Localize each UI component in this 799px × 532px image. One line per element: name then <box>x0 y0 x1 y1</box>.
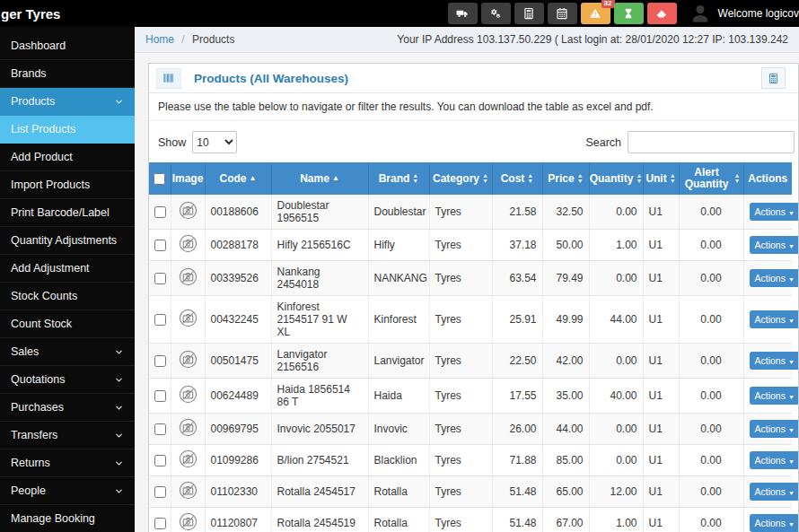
cell-category: Tyres <box>429 445 492 476</box>
no-image-icon <box>179 309 198 327</box>
sidebar-item-label: Add Product <box>11 151 73 163</box>
cell-code: 00288178 <box>205 230 271 261</box>
chevron-down-icon <box>114 486 124 496</box>
sidebar-item-label: Products <box>11 95 55 108</box>
cell-brand: Hifly <box>368 230 429 261</box>
hourglass-icon <box>622 7 635 20</box>
cell-alert: 0.00 <box>679 230 743 261</box>
cell-name: Rotalla 2454519 <box>271 508 368 532</box>
truck-button[interactable] <box>448 3 478 24</box>
row-checkbox[interactable] <box>154 486 166 498</box>
actions-button[interactable]: Actions▼ <box>750 310 799 328</box>
sidebar-item-add-adjustment[interactable]: Add Adjustment <box>0 255 135 283</box>
panel-header: Products (All Warehouses) <box>149 64 798 93</box>
sidebar-item-print-barcode-label[interactable]: Print Barcode/Label <box>0 199 135 227</box>
table-tools-button[interactable] <box>761 67 786 89</box>
actions-button[interactable]: Actions▼ <box>750 352 799 370</box>
sidebar-item-quantity-adjustments[interactable]: Quantity Adjustments <box>0 227 135 255</box>
cell-alert: 0.00 <box>679 508 743 532</box>
actions-button[interactable]: Actions▼ <box>750 420 799 438</box>
hourglass-button[interactable] <box>614 3 644 24</box>
table-row: 00432245Kinforest 2154517 91 W XLKinfore… <box>149 296 792 344</box>
cogs-button[interactable] <box>481 3 511 24</box>
actions-button[interactable]: Actions▼ <box>750 203 799 221</box>
row-checkbox[interactable] <box>154 390 166 402</box>
row-select-cell <box>149 195 171 230</box>
caret-down-icon: ▼ <box>788 490 795 496</box>
row-checkbox[interactable] <box>154 518 166 529</box>
sort-both-icon: ▲▼ <box>577 173 584 184</box>
sidebar-item-transfers[interactable]: Transfers <box>0 422 135 449</box>
row-checkbox[interactable] <box>154 455 166 467</box>
panel-note: Please use the table below to navigate o… <box>149 93 798 121</box>
page-length-select[interactable]: 10 <box>192 131 237 153</box>
column-header-category[interactable]: Category▲▼ <box>429 162 492 195</box>
sidebar-item-purchases[interactable]: Purchases <box>0 394 135 422</box>
cell-category: Tyres <box>429 296 492 344</box>
cell-category: Tyres <box>429 508 492 532</box>
sidebar-item-list-products[interactable]: List Products <box>0 116 135 144</box>
actions-button[interactable]: Actions▼ <box>750 387 799 405</box>
sidebar-item-sales[interactable]: Sales <box>0 338 135 366</box>
no-image-icon <box>179 512 198 531</box>
sidebar-item-products[interactable]: Products <box>0 88 135 116</box>
column-header-alert[interactable]: Alert Quantity▲▼ <box>679 162 743 195</box>
cell-name: Lanvigator 2156516 <box>271 344 368 379</box>
search-input[interactable] <box>628 131 795 153</box>
calendar-button[interactable] <box>548 3 577 24</box>
row-checkbox[interactable] <box>154 355 166 367</box>
row-actions-cell: Actions▼ <box>743 476 792 508</box>
calculator-button[interactable] <box>514 3 544 24</box>
column-header-quantity[interactable]: Quantity▲▼ <box>589 162 643 195</box>
column-header-code[interactable]: Code▲ <box>205 162 271 195</box>
column-header-image[interactable]: Image <box>171 162 205 195</box>
actions-button[interactable]: Actions▼ <box>750 236 799 254</box>
actions-button[interactable]: Actions▼ <box>750 451 799 469</box>
row-checkbox[interactable] <box>154 206 166 218</box>
chevron-down-icon <box>114 375 124 385</box>
column-header-price[interactable]: Price▲▼ <box>542 162 589 195</box>
sidebar-item-count-stock[interactable]: Count Stock <box>0 310 135 338</box>
column-header-brand[interactable]: Brand▲▼ <box>368 162 429 195</box>
eraser-button[interactable] <box>647 3 677 24</box>
caret-down-icon: ▼ <box>788 427 795 433</box>
caret-down-icon: ▼ <box>788 458 795 465</box>
sidebar-item-label: Returns <box>11 457 50 469</box>
cell-category: Tyres <box>429 344 492 379</box>
row-image-cell <box>171 261 205 296</box>
cell-quantity: 0.00 <box>589 261 643 296</box>
column-header-label: Image <box>172 173 204 185</box>
select-all-checkbox[interactable] <box>154 173 165 185</box>
row-checkbox[interactable] <box>154 423 166 435</box>
user-avatar[interactable] <box>689 3 711 24</box>
sidebar-item-stock-counts[interactable]: Stock Counts <box>0 283 135 310</box>
sidebar-item-dashboard[interactable]: Dashboard <box>0 32 135 60</box>
cell-name: Invovic 2055017 <box>271 414 368 445</box>
cell-quantity: 0.00 <box>589 445 643 476</box>
row-checkbox[interactable] <box>154 273 166 284</box>
column-header-name[interactable]: Name▲ <box>271 162 368 195</box>
sidebar-item-people[interactable]: People <box>0 477 135 505</box>
actions-button[interactable]: Actions▼ <box>750 269 799 287</box>
cell-brand: Haida <box>368 379 429 414</box>
breadcrumb-home-link[interactable]: Home <box>145 33 174 46</box>
sidebar-item-quotations[interactable]: Quotations <box>0 366 135 394</box>
sidebar-item-import-products[interactable]: Import Products <box>0 171 135 199</box>
cell-quantity: 0.00 <box>589 195 643 230</box>
column-header-cost[interactable]: Cost▲▼ <box>492 162 542 195</box>
chevron-down-icon <box>114 403 124 413</box>
warning-button[interactable]: 32 <box>581 3 610 24</box>
column-header-unit[interactable]: Unit▲▼ <box>643 162 679 195</box>
sidebar-item-returns[interactable]: Returns <box>0 449 135 477</box>
sidebar-item-manage-booking[interactable]: Manage Booking <box>0 505 135 532</box>
row-checkbox[interactable] <box>154 240 166 251</box>
cell-cost: 63.54 <box>492 261 542 296</box>
actions-button[interactable]: Actions▼ <box>750 514 799 532</box>
column-header-actions[interactable]: Actions <box>743 162 792 195</box>
column-header-label: Cost <box>501 173 525 185</box>
sidebar-item-brands[interactable]: Brands <box>0 60 135 88</box>
actions-button[interactable]: Actions▼ <box>750 483 799 501</box>
cell-price: 42.00 <box>542 344 589 379</box>
sidebar-item-add-product[interactable]: Add Product <box>0 144 135 171</box>
row-checkbox[interactable] <box>154 314 166 326</box>
